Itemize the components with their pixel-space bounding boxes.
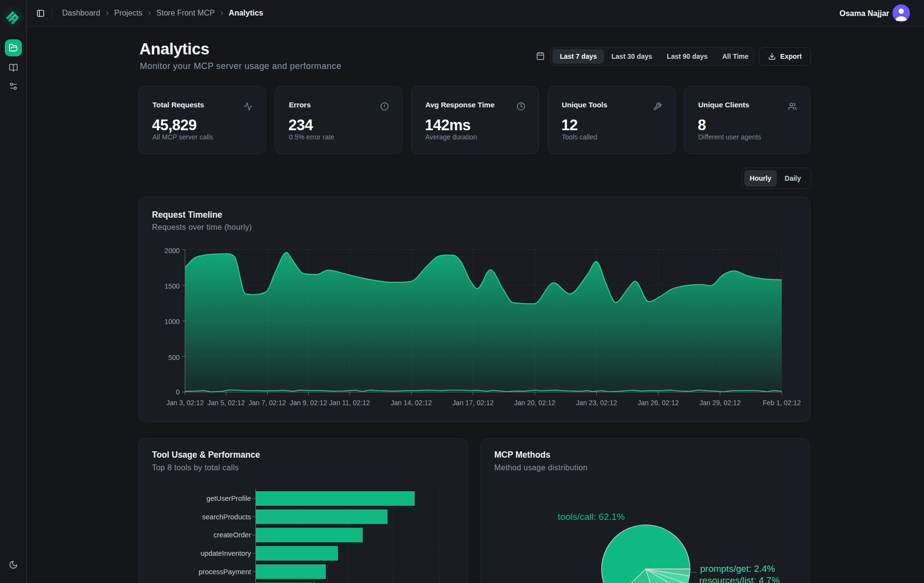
svg-text:prompts/get: 2.4%: prompts/get: 2.4% xyxy=(700,564,775,574)
svg-text:updateInventory: updateInventory xyxy=(201,549,252,557)
svg-text:1000: 1000 xyxy=(165,318,180,326)
svg-text:Jan 9, 02:12: Jan 9, 02:12 xyxy=(290,399,327,407)
svg-text:Jan 23, 02:12: Jan 23, 02:12 xyxy=(576,399,617,407)
svg-text:Jan 14, 02:12: Jan 14, 02:12 xyxy=(391,399,432,407)
svg-text:Jan 26, 02:12: Jan 26, 02:12 xyxy=(638,399,679,407)
svg-text:Jan 7, 02:12: Jan 7, 02:12 xyxy=(249,399,286,407)
svg-text:searchProducts: searchProducts xyxy=(202,513,251,521)
svg-text:createOrder: createOrder xyxy=(214,531,252,539)
svg-text:Feb 1, 02:12: Feb 1, 02:12 xyxy=(763,399,801,407)
svg-text:Jan 11, 02:12: Jan 11, 02:12 xyxy=(329,399,370,407)
svg-text:2000: 2000 xyxy=(165,247,180,255)
svg-text:Jan 3, 02:12: Jan 3, 02:12 xyxy=(166,399,203,407)
svg-text:Jan 20, 02:12: Jan 20, 02:12 xyxy=(514,399,555,407)
svg-text:500: 500 xyxy=(168,354,180,361)
svg-text:resources/list: 4.7%: resources/list: 4.7% xyxy=(699,575,780,583)
svg-text:processPayment: processPayment xyxy=(199,568,251,576)
svg-text:tools/call: 62.1%: tools/call: 62.1% xyxy=(558,512,625,522)
svg-text:Jan 5, 02:12: Jan 5, 02:12 xyxy=(207,399,245,407)
svg-text:0: 0 xyxy=(176,388,180,396)
svg-text:Jan 17, 02:12: Jan 17, 02:12 xyxy=(453,399,494,407)
svg-text:getUserProfile: getUserProfile xyxy=(206,495,251,502)
svg-text:Jan 29, 02:12: Jan 29, 02:12 xyxy=(699,399,740,407)
svg-text:1500: 1500 xyxy=(165,282,180,290)
